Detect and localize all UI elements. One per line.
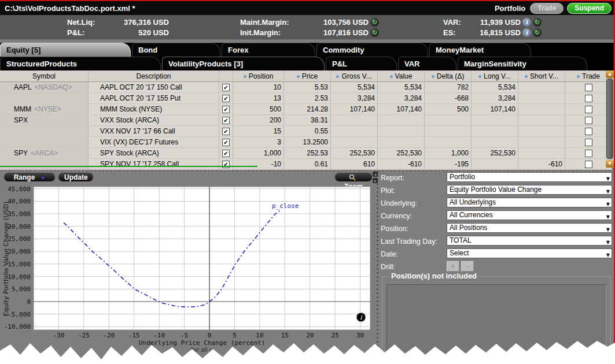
sort-bullet-icon <box>244 75 246 78</box>
x-tick-label: -20 <box>103 332 115 339</box>
trade-checkbox[interactable] <box>585 139 592 146</box>
tab-forex[interactable]: Forex <box>222 43 315 57</box>
groupbox-legend: Position(s) not included <box>388 272 480 280</box>
info-icon[interactable]: i <box>522 18 531 27</box>
dropdown-currency[interactable]: All Currencies▼ <box>447 210 612 220</box>
refresh-icon[interactable]: ↻ <box>533 18 542 27</box>
chevron-down-icon: ▼ <box>606 200 610 207</box>
cell-delta <box>425 115 472 126</box>
column-header-trade[interactable]: Trade <box>565 70 612 82</box>
sort-bullet-icon <box>478 75 481 78</box>
table-row[interactable]: AAPL OCT 20 '17 155 Put✔132.533,2843,284… <box>0 93 612 104</box>
positions-not-included-list[interactable] <box>386 284 606 358</box>
range-button[interactable]: Range▼ <box>3 172 56 182</box>
cell-trade <box>565 148 612 159</box>
refresh-icon[interactable]: ↻ <box>533 28 542 37</box>
include-checkbox[interactable]: ✔ <box>222 150 230 157</box>
cell-include: ✔ <box>219 137 233 148</box>
splitter-collapse-right-icon[interactable]: ▸ <box>373 178 378 183</box>
trade-checkbox[interactable] <box>585 84 592 91</box>
refresh-icon[interactable]: ↻ <box>370 18 379 27</box>
table-row[interactable]: AAPL<NASDAQ>AAPL OCT 20 '17 150 Call✔105… <box>0 82 612 93</box>
asset-class-tab-bar: Equity [5] Bond Forex Commodity MoneyMar… <box>0 43 615 57</box>
chart-info-icon[interactable]: i <box>356 313 366 322</box>
tab-volatilityproducts[interactable]: VolatilityProducts [3] <box>162 57 325 70</box>
sort-bullet-icon <box>297 75 300 78</box>
trade-checkbox[interactable] <box>585 150 592 157</box>
info-icon[interactable]: i <box>522 28 531 37</box>
trade-checkbox[interactable] <box>585 106 592 113</box>
suspend-button[interactable]: Suspend <box>567 3 612 14</box>
tab-moneymarket[interactable]: MoneyMarket <box>429 43 531 57</box>
y-tick-label: -10,000 <box>4 323 31 330</box>
update-button[interactable]: Update <box>58 172 94 182</box>
column-header-gross-v-[interactable]: Gross V... <box>331 70 378 82</box>
sort-bullet-icon <box>525 75 528 78</box>
trade-button[interactable]: Trade <box>530 3 564 14</box>
table-row[interactable]: SPXVXX Stock (ARCA)✔20038.31 <box>0 115 612 126</box>
tab-commodity[interactable]: Commodity <box>316 43 428 57</box>
dropdown-report[interactable]: Portfolio▼ <box>447 172 612 182</box>
include-checkbox[interactable]: ✔ <box>222 139 230 146</box>
column-header-position[interactable]: Position <box>233 70 284 82</box>
table-row[interactable]: SPY<ARCA>SPY Stock (ARCA)✔1,000252.53252… <box>0 148 612 159</box>
tab-equity[interactable]: Equity [5] <box>0 43 131 57</box>
pnl-label: P&L: <box>67 28 103 37</box>
table-row[interactable]: SPY NOV 17 '17 258 Call✔-100.61610-610-1… <box>0 159 612 170</box>
zoom-button[interactable]: Zoom <box>334 172 373 182</box>
y-tick-label: -5,000 <box>8 311 31 318</box>
dropdown-plot[interactable]: Equity Portfolio Value Change▼ <box>447 185 612 195</box>
refresh-icon[interactable]: ↻ <box>370 28 379 37</box>
tab-bond[interactable]: Bond <box>132 43 220 57</box>
x-tick-label: 25 <box>332 332 339 339</box>
trade-checkbox[interactable] <box>585 117 592 124</box>
cell-value: 107,140 <box>378 104 425 115</box>
tab-structuredproducts[interactable]: StructuredProducts <box>0 57 161 70</box>
trade-checkbox[interactable] <box>585 161 592 168</box>
cell-symbol: AAPL<NASDAQ> <box>0 82 89 93</box>
include-checkbox[interactable]: ✔ <box>222 117 230 124</box>
table-scrollbar[interactable]: ▲ ▼ <box>606 70 614 168</box>
drill-in-button[interactable]: + <box>447 261 459 272</box>
x-tick-label: -10 <box>153 332 165 339</box>
column-header-short-v-[interactable]: Short V... <box>518 70 565 82</box>
table-row[interactable]: VIX (VX) DEC'17 Futures✔313.2500 <box>0 137 612 148</box>
scroll-down-icon[interactable]: ▼ <box>606 160 614 168</box>
column-header-price[interactable]: Price <box>284 70 331 82</box>
include-checkbox[interactable]: ✔ <box>222 161 230 168</box>
table-row[interactable]: VXX NOV 17 '17 66 Call✔150.55 <box>0 126 612 137</box>
cell-price: 38.31 <box>284 115 331 126</box>
drill-out-button[interactable]: - <box>461 261 474 272</box>
cell-position: 13 <box>233 93 284 104</box>
column-header-symbol[interactable]: Symbol <box>0 70 89 82</box>
dropdown-date[interactable]: Select▼ <box>447 248 612 258</box>
trade-checkbox[interactable] <box>585 95 592 102</box>
y-tick-label: 45,000 <box>8 185 31 193</box>
scrollbar-thumb[interactable] <box>606 79 613 159</box>
tab-var[interactable]: VAR <box>398 57 456 70</box>
title-bar: C:\Jts\VolProductsTabDoc.port.xml * Port… <box>0 1 615 15</box>
scroll-up-icon[interactable]: ▲ <box>606 70 614 78</box>
cell-trade <box>565 137 612 148</box>
include-checkbox[interactable]: ✔ <box>222 128 230 135</box>
table-row[interactable]: MMM<NYSE>MMM Stock (NYSE)✔500214.28107,1… <box>0 104 612 115</box>
column-header-value[interactable]: Value <box>378 70 425 82</box>
dropdown-underlying[interactable]: All Underlyings▼ <box>447 198 612 207</box>
tab-marginsensitivity[interactable]: MarginSensitivity <box>458 57 587 70</box>
dropdown-last-trading-day[interactable]: TOTAL▼ <box>447 236 612 246</box>
trade-checkbox[interactable] <box>585 128 592 135</box>
column-header-delta-[interactable]: Delta (Δ) <box>425 70 472 82</box>
include-checkbox[interactable]: ✔ <box>222 106 230 113</box>
column-header-long-v-[interactable]: Long V... <box>472 70 518 82</box>
column-header-description[interactable]: Description <box>89 70 219 82</box>
tab-pnl[interactable]: P&L <box>326 57 397 70</box>
dropdown-value: Select <box>450 249 469 257</box>
column-header-include[interactable] <box>219 70 233 82</box>
include-checkbox[interactable]: ✔ <box>222 84 230 91</box>
splitter-collapse-left-icon[interactable]: ◂ <box>373 172 378 177</box>
cell-description: VXX NOV 17 '17 66 Call <box>89 126 219 137</box>
x-tick-label: 15 <box>281 332 289 339</box>
control-row: Plot:Equity Portfolio Value Change▼ <box>381 185 613 198</box>
include-checkbox[interactable]: ✔ <box>222 95 230 102</box>
dropdown-position[interactable]: All Positions▼ <box>447 223 612 233</box>
